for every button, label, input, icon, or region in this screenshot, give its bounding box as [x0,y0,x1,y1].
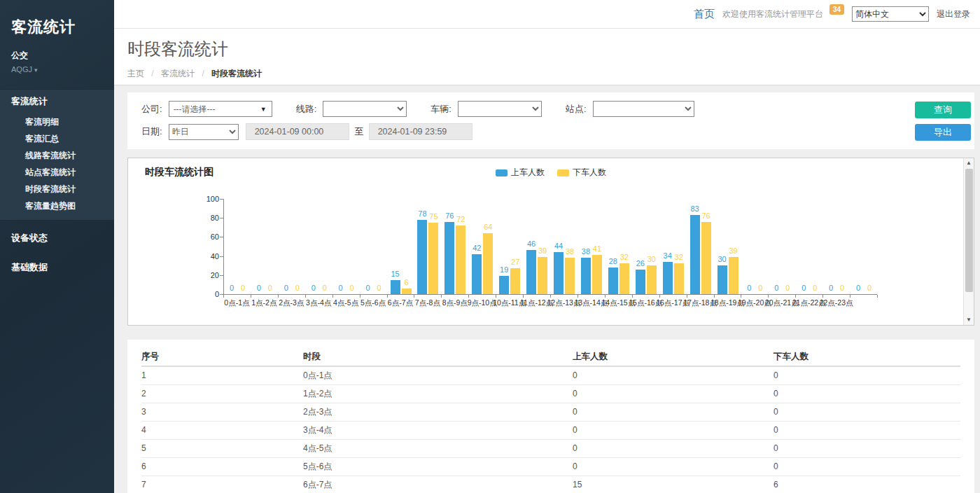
bar-alighting [538,257,547,294]
sidebar-subitem[interactable]: 客流汇总 [0,130,114,147]
page-title: 时段客流统计 [127,38,980,60]
y-tick-label: 20 [195,271,219,279]
bar-alighting [729,257,738,294]
org-name: 公交 [11,50,103,62]
line-select[interactable] [323,101,407,117]
scroll-up-icon[interactable]: ▲ [964,158,974,168]
date-preset-select[interactable]: 昨日 [169,124,239,140]
table-cell: 4 [141,421,303,439]
x-tick-mark [768,295,769,298]
table-row: 32点-3点00 [141,403,960,421]
sidebar-subitem[interactable]: 客流明细 [0,113,114,130]
language-select[interactable]: 简体中文 [852,6,929,22]
breadcrumb-separator: / [202,69,204,78]
station-select[interactable] [593,101,694,117]
bar-boarding [690,215,700,294]
legend-alighting[interactable]: 下车人数 [557,167,606,179]
table-cell: 2 [141,384,303,403]
x-tick-mark [223,295,224,298]
sidebar-item-device-status[interactable]: 设备状态 [0,226,114,250]
content-area: 公司: ---请选择--- ▼ 线路: 车辆: 站点: 日期: 昨日 [114,85,980,493]
x-tick-mark [659,295,660,298]
x-tick-mark [387,295,388,298]
table-cell: 3点-4点 [303,421,573,439]
bar-value-label: 0 [859,284,880,292]
col-period: 时段 [303,348,573,366]
table-cell: 5 [141,439,303,457]
sidebar-item-passenger-stats[interactable]: 客流统计 [0,90,114,113]
y-tick-label: 60 [195,232,219,241]
bar-value-label: 64 [477,223,498,231]
table-cell: 1点-2点 [303,384,573,403]
company-select[interactable]: ---请选择--- [169,101,272,117]
menu-section-passenger-stats: 客流统计 客流明细客流汇总线路客流统计站点客流统计时段客流统计客流量趋势图 [0,89,114,221]
notification-badge: 34 [830,4,844,15]
home-link[interactable]: 首页 [694,8,715,21]
date-to-input[interactable] [369,123,472,140]
breadcrumb-home[interactable]: 主页 [127,69,144,78]
breadcrumb: 主页 / 客流统计 / 时段客流统计 [127,68,980,80]
date-to-label: 至 [350,123,368,140]
bar-value-label: 6 [396,278,417,286]
bar-alighting [402,289,412,294]
app-page: 客流统计 公交 AQGJ ▾ 客流统计 客流明细客流汇总线路客流统计站点客流统计… [0,0,980,493]
legend-swatch-yellow [557,169,569,176]
chart-legend: 上车人数 下车人数 [128,167,974,179]
table-cell: 15 [573,475,774,493]
chart-plot-area: 0000000000001567875767242641927463944383… [223,199,877,294]
vehicle-select[interactable] [458,101,542,117]
col-index: 序号 [141,348,303,366]
table-header-row: 序号 时段 上车人数 下车人数 [141,348,960,366]
x-tick-mark [632,295,633,298]
sidebar-item-base-data[interactable]: 基础数据 [0,256,114,279]
breadcrumb-separator: / [151,69,153,78]
bar-boarding [718,265,727,294]
query-button[interactable]: 查询 [915,102,971,118]
table-cell: 0 [774,384,960,403]
scrollbar-thumb[interactable] [965,169,973,292]
y-tick-label: 40 [195,252,219,261]
y-tick-label: 100 [195,195,219,203]
chart-scrollbar[interactable]: ▲ ▼ [963,158,974,325]
filter-panel: 公司: ---请选择--- ▼ 线路: 车辆: 站点: 日期: 昨日 [127,92,974,149]
table-cell: 0点-1点 [303,366,573,384]
col-alighting: 下车人数 [774,348,960,366]
line-label: 线路: [296,103,317,116]
export-button[interactable]: 导出 [915,124,971,141]
bar-boarding [472,254,482,294]
logout-link[interactable]: 退出登录 [937,8,970,20]
sidebar-subitem[interactable]: 线路客流统计 [0,147,114,164]
scroll-down-icon[interactable]: ▼ [964,315,974,325]
table-cell: 0 [573,439,774,457]
x-tick-mark [578,295,578,298]
table-cell: 0 [573,421,774,439]
breadcrumb-passenger-stats[interactable]: 客流统计 [161,69,195,78]
table-row: 65点-6点00 [141,457,960,475]
table-row: 43点-4点00 [141,421,960,439]
bar-boarding [417,220,427,294]
bar-alighting [674,263,684,294]
table-cell: 4点-5点 [303,439,573,457]
legend-boarding[interactable]: 上车人数 [496,167,545,179]
x-tick-mark [822,295,823,298]
sidebar-subitem[interactable]: 客流量趋势图 [0,197,114,214]
brand: 客流统计 公交 AQGJ ▾ [0,0,114,74]
table-cell: 5点-6点 [303,457,573,475]
date-label: 日期: [141,125,162,138]
bar-value-label: 0 [369,284,390,292]
sidebar-subitem[interactable]: 站点客流统计 [0,164,114,181]
table-cell: 0 [573,366,774,384]
y-tick-label: 0 [195,290,219,298]
date-from-input[interactable] [246,123,349,140]
filter-row-2: 日期: 昨日 至 [141,123,472,140]
breadcrumb-current: 时段客流统计 [211,69,262,78]
sidebar-subitem[interactable]: 时段客流统计 [0,181,114,197]
table-row: 54点-5点00 [141,439,960,457]
bar-value-label: 41 [587,244,608,253]
bar-alighting [647,265,657,294]
bar-boarding [526,250,536,294]
stats-table: 序号 时段 上车人数 下车人数 10点-1点0021点-2点0032点-3点00… [141,348,960,493]
org-code-dropdown[interactable]: AQGJ ▾ [11,65,103,74]
x-tick-mark [332,295,333,298]
bar-value-label: 76 [696,211,717,220]
